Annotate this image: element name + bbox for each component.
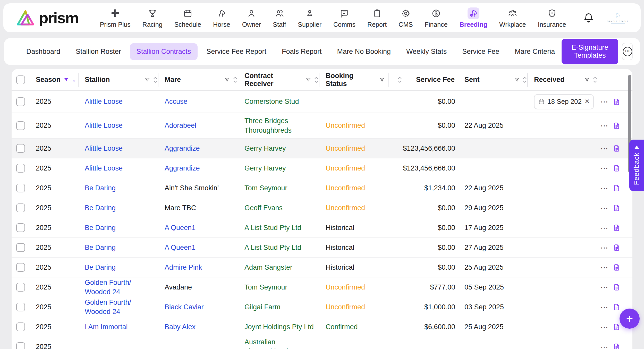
row-checkbox[interactable] (16, 243, 25, 252)
clear-date-icon[interactable]: ✕ (584, 97, 590, 106)
tab-dashboard[interactable]: Dashboard (20, 43, 67, 60)
contract-receiver-cell[interactable]: Three Bridges Thoroughbreds (238, 116, 319, 135)
document-icon[interactable] (613, 303, 621, 311)
tab-service-fee[interactable]: Service Fee (455, 43, 506, 60)
document-icon[interactable] (613, 244, 621, 251)
document-icon[interactable] (613, 122, 621, 130)
tab-mare-criteria[interactable]: Mare Criteria (508, 43, 562, 60)
row-checkbox[interactable] (16, 322, 25, 331)
document-icon[interactable] (613, 144, 621, 152)
e-signature-templates-button[interactable]: E-Signature Templates (562, 39, 618, 64)
contract-receiver-cell[interactable]: A List Stud Pty Ltd (238, 243, 319, 252)
document-icon[interactable] (613, 283, 621, 291)
tab-stallion-roster[interactable]: Stallion Roster (69, 43, 128, 60)
contract-receiver-cell[interactable]: Gerry Harvey (238, 144, 319, 153)
nav-item-staff[interactable]: Staff (267, 5, 292, 30)
header-received[interactable]: Received (528, 73, 598, 87)
nav-item-wrkplace[interactable]: Wrkplace (493, 5, 532, 30)
nav-item-insurance[interactable]: Insurance (532, 5, 572, 30)
received-filter-icon[interactable] (584, 77, 590, 83)
notification-bell-icon[interactable] (583, 12, 594, 23)
more-options-button[interactable]: ••• (622, 43, 633, 60)
row-more-icon[interactable]: ⋯ (600, 226, 609, 230)
select-all-checkbox[interactable] (16, 75, 25, 84)
contract-receiver-cell[interactable]: Gerry Harvey (238, 164, 319, 173)
header-service-fee[interactable]: Service Fee (389, 73, 458, 87)
header-season[interactable]: Season ⌄ (30, 73, 79, 87)
feedback-tab[interactable]: Feedback (629, 140, 644, 191)
tab-service-fee-report[interactable]: Service Fee Report (200, 43, 273, 60)
mare-filter-icon[interactable] (224, 77, 230, 83)
nav-item-owner[interactable]: Owner (236, 5, 267, 30)
nav-item-report[interactable]: Report (361, 5, 393, 30)
contract-receiver-cell[interactable]: Geoff Evans (238, 203, 319, 212)
document-icon[interactable] (613, 164, 621, 172)
row-checkbox[interactable] (16, 184, 25, 192)
row-checkbox[interactable] (16, 263, 25, 272)
stallion-link[interactable]: I Am Immortal (85, 323, 128, 331)
stallion-link[interactable]: Be Daring (85, 263, 116, 271)
tab-stallion-contracts[interactable]: Stallion Contracts (130, 43, 198, 60)
nav-item-finance[interactable]: Finance (419, 5, 454, 30)
nav-item-prism-plus[interactable]: Prism Plus (94, 5, 136, 30)
contract-receiver-cell[interactable]: Adam Sangster (238, 263, 319, 272)
nav-item-schedule[interactable]: Schedule (168, 5, 207, 30)
document-icon[interactable] (613, 323, 621, 331)
mare-link[interactable]: Baby Alex (165, 323, 196, 331)
booking-status-filter-icon[interactable] (379, 77, 385, 83)
received-date-input[interactable]: 18 Sep 2025✕ (534, 94, 594, 109)
stallion-link[interactable]: Be Daring (85, 204, 116, 212)
stallion-link[interactable]: Be Daring (85, 184, 116, 192)
stallion-link[interactable]: Be Daring (85, 224, 116, 232)
mare-sort-icon[interactable] (233, 76, 238, 83)
stallion-link[interactable]: Golden Fourth/ Wooded 24 (85, 299, 131, 316)
stallion-link[interactable]: Alittle Loose (85, 164, 123, 172)
stallion-link[interactable]: Golden Fourth/ Wooded 24 (85, 279, 131, 296)
row-checkbox[interactable] (16, 144, 25, 153)
document-icon[interactable] (613, 343, 621, 349)
stallion-link[interactable]: Alittle Loose (85, 144, 123, 152)
mare-link[interactable]: Aggrandize (165, 164, 200, 172)
nav-item-racing[interactable]: Racing (137, 5, 168, 30)
mare-link[interactable]: Adorabeel (165, 122, 196, 129)
row-checkbox[interactable] (16, 164, 25, 173)
stallion-filter-icon[interactable] (145, 77, 150, 83)
tab-foals-report[interactable]: Foals Report (275, 43, 328, 60)
header-stallion[interactable]: Stallion (79, 73, 158, 87)
mare-link[interactable]: A Queen1 (165, 244, 196, 251)
row-more-icon[interactable]: ⋯ (600, 100, 609, 104)
document-icon[interactable] (613, 224, 621, 232)
row-more-icon[interactable]: ⋯ (600, 186, 609, 190)
contract-receiver-cell[interactable]: Australian Thoroughbred (238, 337, 319, 349)
row-more-icon[interactable]: ⋯ (600, 124, 609, 127)
header-sent[interactable]: Sent (458, 73, 528, 87)
document-icon[interactable] (613, 204, 621, 212)
row-checkbox[interactable] (16, 342, 25, 349)
tab-weekly-stats[interactable]: Weekly Stats (400, 43, 453, 60)
mare-link[interactable]: A Queen1 (165, 224, 196, 232)
sent-filter-icon[interactable] (514, 77, 520, 83)
row-more-icon[interactable]: ⋯ (600, 147, 609, 150)
tab-mare-no-booking[interactable]: Mare No Booking (330, 43, 397, 60)
row-checkbox[interactable] (16, 97, 25, 106)
nav-item-comms[interactable]: Comms (327, 5, 361, 30)
stallion-link[interactable]: Alittle Loose (85, 122, 123, 129)
document-icon[interactable] (613, 98, 621, 106)
contract-receiver-filter-icon[interactable] (306, 77, 311, 83)
row-more-icon[interactable]: ⋯ (600, 305, 609, 309)
header-booking-status[interactable]: Booking Status (319, 73, 389, 87)
row-more-icon[interactable]: ⋯ (600, 325, 609, 329)
header-contract-receiver[interactable]: Contract Receiver (238, 73, 319, 87)
stallion-link[interactable]: Be Daring (85, 244, 116, 251)
nav-item-breeding[interactable]: Breeding (454, 5, 493, 30)
row-more-icon[interactable]: ⋯ (600, 345, 609, 349)
row-checkbox[interactable] (16, 303, 25, 311)
mare-link[interactable]: Admire Pink (165, 263, 202, 271)
mare-link[interactable]: Black Caviar (165, 303, 204, 311)
mare-link[interactable]: Accuse (165, 98, 188, 105)
header-mare[interactable]: Mare (158, 73, 238, 87)
season-chevron-down-icon[interactable]: ⌄ (72, 77, 76, 83)
service-fee-sort-icon[interactable] (397, 76, 402, 83)
season-filter-icon[interactable] (63, 77, 69, 83)
row-more-icon[interactable]: ⋯ (600, 206, 609, 210)
